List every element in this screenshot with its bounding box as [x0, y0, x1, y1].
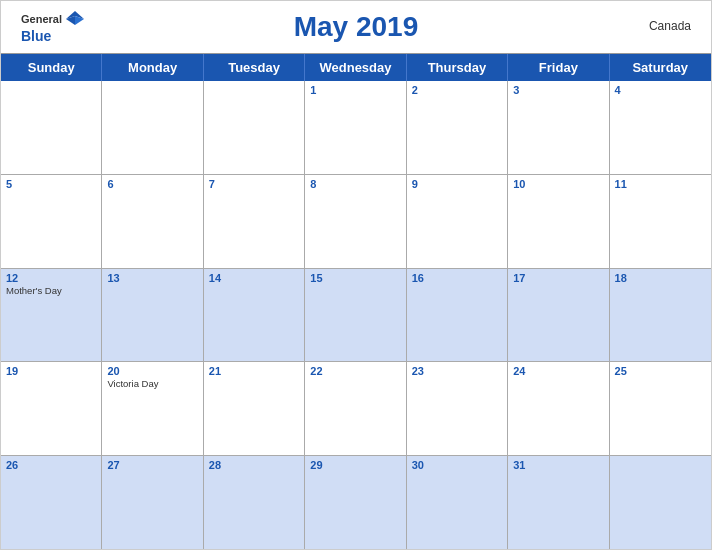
day-cell-3: 3	[508, 81, 609, 174]
day-cell-31: 31	[508, 456, 609, 549]
day-cell-empty-3	[204, 81, 305, 174]
calendar-header: General Blue May 2019 Canada	[1, 1, 711, 53]
day-cell-13: 13	[102, 269, 203, 362]
day-cell-23: 23	[407, 362, 508, 455]
day-cell-27: 27	[102, 456, 203, 549]
week-row-2: 5 6 7 8 9 10 11	[1, 175, 711, 269]
day-cell-5: 5	[1, 175, 102, 268]
victoria-day-label: Victoria Day	[107, 378, 197, 389]
day-cell-empty-1	[1, 81, 102, 174]
calendar-grid: Sunday Monday Tuesday Wednesday Thursday…	[1, 53, 711, 549]
day-cell-16: 16	[407, 269, 508, 362]
day-cell-20: 20 Victoria Day	[102, 362, 203, 455]
week-row-1: 1 2 3 4	[1, 81, 711, 175]
header-friday: Friday	[508, 54, 609, 81]
header-sunday: Sunday	[1, 54, 102, 81]
calendar-title: May 2019	[294, 11, 419, 43]
week-row-3: 12 Mother's Day 13 14 15 16 17	[1, 269, 711, 363]
week-row-5: 26 27 28 29 30 31	[1, 456, 711, 549]
day-cell-19: 19	[1, 362, 102, 455]
header-monday: Monday	[102, 54, 203, 81]
day-cell-10: 10	[508, 175, 609, 268]
header-saturday: Saturday	[610, 54, 711, 81]
day-cell-4: 4	[610, 81, 711, 174]
week-row-4: 19 20 Victoria Day 21 22 23 24	[1, 362, 711, 456]
day-cell-17: 17	[508, 269, 609, 362]
day-cell-15: 15	[305, 269, 406, 362]
day-cell-28: 28	[204, 456, 305, 549]
day-cell-25: 25	[610, 362, 711, 455]
header-thursday: Thursday	[407, 54, 508, 81]
day-cell-14: 14	[204, 269, 305, 362]
day-cell-24: 24	[508, 362, 609, 455]
day-cell-7: 7	[204, 175, 305, 268]
day-cell-11: 11	[610, 175, 711, 268]
logo-general-text: General	[21, 13, 62, 25]
country-label: Canada	[649, 19, 691, 33]
day-cell-9: 9	[407, 175, 508, 268]
logo-bird-icon	[66, 11, 84, 33]
day-cell-30: 30	[407, 456, 508, 549]
day-cell-1: 1	[305, 81, 406, 174]
day-cell-18: 18	[610, 269, 711, 362]
day-number-4: 4	[615, 84, 706, 96]
weeks-container: 1 2 3 4 5 6	[1, 81, 711, 549]
day-headers: Sunday Monday Tuesday Wednesday Thursday…	[1, 54, 711, 81]
day-cell-8: 8	[305, 175, 406, 268]
day-number-3: 3	[513, 84, 603, 96]
header-wednesday: Wednesday	[305, 54, 406, 81]
day-cell-21: 21	[204, 362, 305, 455]
header-tuesday: Tuesday	[204, 54, 305, 81]
logo: General Blue	[21, 9, 84, 45]
day-cell-26: 26	[1, 456, 102, 549]
day-cell-empty-2	[102, 81, 203, 174]
day-cell-2: 2	[407, 81, 508, 174]
day-cell-29: 29	[305, 456, 406, 549]
day-cell-12: 12 Mother's Day	[1, 269, 102, 362]
calendar-container: General Blue May 2019 Canada Sunday Mond…	[0, 0, 712, 550]
day-cell-22: 22	[305, 362, 406, 455]
mothers-day-label: Mother's Day	[6, 285, 96, 296]
day-cell-6: 6	[102, 175, 203, 268]
day-number-1: 1	[310, 84, 400, 96]
logo-blue-text: Blue	[21, 28, 51, 44]
day-cell-empty-last	[610, 456, 711, 549]
day-number-2: 2	[412, 84, 502, 96]
